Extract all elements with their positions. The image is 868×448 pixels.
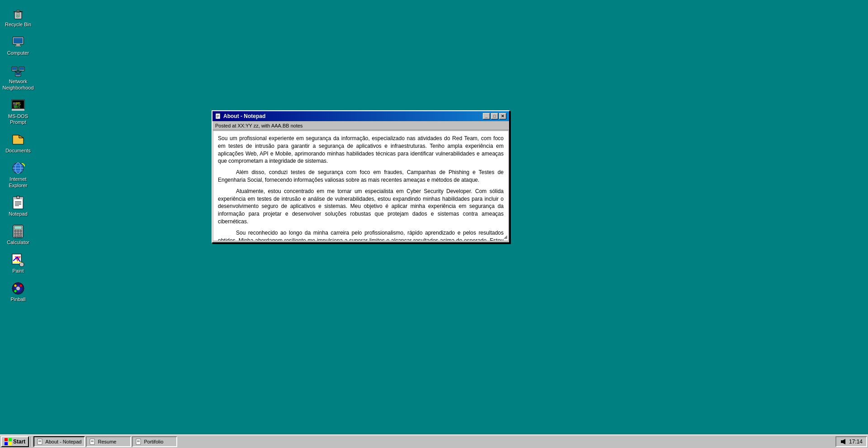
documents-label: Documents xyxy=(5,148,31,154)
maximize-button[interactable]: □ xyxy=(491,113,498,119)
paint-label: Paint xyxy=(12,268,24,274)
notepad-label: Notepad xyxy=(9,211,28,217)
notepad-content[interactable]: Sou um profissional experiente em segura… xyxy=(213,131,508,241)
resize-handle[interactable]: ◢ xyxy=(502,234,507,240)
taskbar-item-portfolio[interactable]: Portifolio xyxy=(132,436,177,447)
window-addressbar: Posted at XX:YY zz, with AAA.BB notes xyxy=(212,121,509,130)
system-tray: 17:14 xyxy=(835,436,867,447)
svg-rect-65 xyxy=(9,438,12,441)
start-label: Start xyxy=(13,439,25,445)
taskbar-divider-1 xyxy=(31,437,32,447)
resume-taskbar-icon xyxy=(90,439,96,445)
svg-rect-48 xyxy=(20,233,22,235)
taskbar-item-label-about: About - Notepad xyxy=(45,439,81,444)
taskbar: Start About - Notepad Resume Portifolio xyxy=(0,434,868,448)
network-neighborhood-icon xyxy=(11,63,25,78)
svg-text:DOS: DOS xyxy=(14,105,20,109)
taskbar-item-about-notepad[interactable]: About - Notepad xyxy=(33,436,85,447)
svg-rect-43 xyxy=(14,230,16,232)
svg-rect-26 xyxy=(12,109,24,111)
svg-rect-77 xyxy=(841,440,843,443)
svg-rect-50 xyxy=(17,236,22,237)
taskbar-item-label-portfolio: Portifolio xyxy=(144,439,163,444)
desktop-icon-internet-explorer[interactable]: Internet Explorer xyxy=(2,158,34,191)
taskbar-item-label-resume: Resume xyxy=(98,439,116,444)
taskbar-item-resume[interactable]: Resume xyxy=(86,436,131,447)
svg-rect-44 xyxy=(17,230,19,232)
desktop-icon-pinball[interactable]: Pinball xyxy=(2,278,34,305)
desktop-icon-recycle-bin[interactable]: ♻ Recycle Bin xyxy=(2,4,34,30)
desktop-icon-calculator[interactable]: Calculator xyxy=(2,222,34,248)
window-controls: _ □ ✕ xyxy=(483,113,506,119)
svg-rect-10 xyxy=(16,44,20,46)
svg-rect-49 xyxy=(14,236,16,237)
recycle-bin-label: Recycle Bin xyxy=(5,22,31,28)
desktop: ♻ Recycle Bin Computer xyxy=(0,0,868,434)
content-paragraph-4: Sou reconhecido ao longo da minha carrei… xyxy=(218,229,504,241)
ms-dos-label: MS-DOS Prompt xyxy=(4,113,33,125)
desktop-icon-network-neighborhood[interactable]: Network Neighborhood xyxy=(2,61,34,93)
ms-dos-icon: MS ⬛ MS DOS xyxy=(11,98,25,113)
svg-point-57 xyxy=(14,284,17,287)
internet-explorer-label: Internet Explorer xyxy=(4,176,33,188)
documents-icon xyxy=(11,132,25,147)
computer-icon xyxy=(11,35,25,49)
svg-rect-64 xyxy=(5,438,8,441)
svg-rect-67 xyxy=(9,442,12,445)
close-button[interactable]: ✕ xyxy=(499,113,506,119)
speaker-icon xyxy=(840,438,847,445)
pinball-icon xyxy=(11,281,25,296)
notepad-taskbar-icon xyxy=(37,439,43,445)
notepad-title-icon xyxy=(215,113,222,119)
svg-rect-16 xyxy=(19,67,24,70)
recycle-bin-icon: ♻ xyxy=(11,6,25,21)
window-titlebar[interactable]: About - Notepad _ □ ✕ xyxy=(212,111,509,121)
network-neighborhood-label: Network Neighborhood xyxy=(2,79,33,90)
content-paragraph-1: Sou um profissional experiente em segura… xyxy=(218,135,504,165)
svg-rect-47 xyxy=(17,233,19,235)
svg-point-56 xyxy=(16,287,20,290)
svg-rect-42 xyxy=(14,226,22,229)
svg-point-59 xyxy=(14,290,17,292)
address-text: Posted at XX:YY zz, with AAA.BB notes xyxy=(215,123,303,128)
svg-text:♻: ♻ xyxy=(16,14,19,19)
content-paragraph-2: Além disso, conduzi testes de segurança … xyxy=(218,169,504,184)
svg-rect-46 xyxy=(14,233,16,235)
svg-rect-6 xyxy=(15,11,17,12)
svg-rect-11 xyxy=(15,46,21,47)
minimize-button[interactable]: _ xyxy=(483,113,490,119)
window-title: About - Notepad xyxy=(223,113,483,119)
desktop-icon-ms-dos-prompt[interactable]: MS ⬛ MS DOS MS-DOS Prompt xyxy=(2,95,34,128)
content-paragraph-3: Atualmente, estou concentrado em me torn… xyxy=(218,188,504,226)
pinball-label: Pinball xyxy=(10,297,25,302)
svg-rect-40 xyxy=(17,196,19,198)
desktop-icon-notepad[interactable]: Notepad xyxy=(2,193,34,220)
internet-explorer-icon xyxy=(11,161,25,175)
start-button[interactable]: Start xyxy=(1,436,29,447)
paint-icon xyxy=(11,253,25,267)
desktop-icon-area: ♻ Recycle Bin Computer xyxy=(0,0,36,311)
desktop-icon-computer[interactable]: Computer xyxy=(2,32,34,59)
desktop-icon-paint[interactable]: Paint xyxy=(2,250,34,277)
windows-logo-icon xyxy=(5,438,12,445)
svg-rect-45 xyxy=(20,230,22,232)
svg-rect-14 xyxy=(12,67,17,70)
notepad-icon xyxy=(11,196,25,210)
notepad-window: About - Notepad _ □ ✕ Posted at XX:YY zz… xyxy=(212,110,510,243)
calculator-icon xyxy=(11,224,25,239)
svg-rect-66 xyxy=(5,442,8,445)
desktop-icon-documents[interactable]: Documents xyxy=(2,130,34,156)
computer-label: Computer xyxy=(7,50,29,56)
clock: 17:14 xyxy=(849,439,863,445)
svg-point-58 xyxy=(19,284,22,287)
svg-marker-78 xyxy=(843,439,845,444)
calculator-label: Calculator xyxy=(7,240,29,245)
portfolio-taskbar-icon xyxy=(136,439,142,445)
svg-rect-53 xyxy=(13,262,21,263)
